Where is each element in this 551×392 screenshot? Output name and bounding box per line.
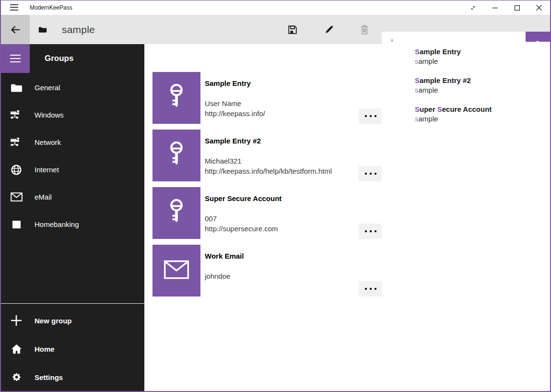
- entry-title: Work Email: [205, 251, 244, 261]
- sidebar-item-label: eMail: [35, 193, 52, 201]
- sidebar-item-label: Homebanking: [35, 220, 79, 228]
- entry-tile: [152, 245, 200, 297]
- entry-tile: [152, 72, 200, 124]
- entry-row-sample-entry-2[interactable]: Sample Entry #2 Michael321 http://keepas…: [152, 130, 383, 181]
- sidebar-item-network[interactable]: Network: [1, 129, 144, 156]
- sidebar-item-label: Network: [35, 138, 61, 146]
- minimize-button[interactable]: [484, 0, 506, 15]
- ellipsis-icon: [365, 288, 367, 290]
- entry-text: Sample Entry User Name http://keepass.in…: [205, 72, 265, 119]
- entry-username: 007: [205, 214, 281, 224]
- square-icon: [10, 221, 23, 228]
- entry-text: Sample Entry #2 Michael321 http://keepas…: [205, 130, 332, 176]
- navigation-pane: Groups General Windows Network Internet …: [1, 44, 144, 391]
- sidebar-item-label: Home: [35, 345, 55, 353]
- database-name: sample: [62, 15, 95, 44]
- home-button[interactable]: Home: [1, 335, 144, 363]
- settings-button[interactable]: Settings: [1, 363, 144, 391]
- globe-icon: [10, 164, 23, 176]
- search-result-super-secure-account[interactable]: Super Secure Account sample: [415, 105, 550, 124]
- ellipsis-icon: [365, 230, 367, 232]
- entry-text: Super Secure Account 007 http://supersec…: [205, 187, 281, 234]
- entry-more-button[interactable]: [359, 108, 383, 124]
- sidebar-item-windows[interactable]: Windows: [1, 101, 144, 129]
- entry-tile: [152, 187, 200, 239]
- home-icon: [10, 344, 23, 354]
- mail-icon: [164, 260, 189, 281]
- entry-title: Sample Entry: [205, 79, 265, 88]
- plus-icon: [10, 315, 23, 326]
- entry-more-button[interactable]: [359, 166, 383, 181]
- sidebar-item-label: New group: [35, 317, 72, 325]
- folder-icon: [10, 83, 23, 93]
- ellipsis-icon: [365, 173, 367, 175]
- titlebar-hamburger-icon[interactable]: [6, 0, 22, 15]
- search-result-title: Sample Entry #2: [415, 76, 550, 85]
- fullscreen-button[interactable]: [462, 0, 484, 15]
- maximize-button[interactable]: [506, 0, 528, 15]
- key-icon: [167, 83, 186, 113]
- app-command-bar: sample s: [0, 15, 551, 44]
- sidebar-divider: [1, 303, 144, 304]
- mail-icon: [10, 192, 23, 202]
- window-title: ModernKeePass: [30, 0, 72, 15]
- entry-tile: [152, 130, 200, 181]
- entry-more-button[interactable]: [359, 224, 383, 239]
- sidebar-item-internet[interactable]: Internet: [1, 156, 144, 183]
- entry-row-work-email[interactable]: Work Email johndoe: [152, 245, 383, 297]
- network-icon: [10, 138, 23, 147]
- search-result-sample-entry-2[interactable]: Sample Entry #2 sample: [415, 76, 550, 95]
- entry-username: Michael321: [205, 156, 332, 166]
- save-button[interactable]: [281, 15, 305, 44]
- search-result-subtitle: sample: [415, 114, 550, 124]
- sidebar-item-label: General: [35, 83, 60, 92]
- search-result-subtitle: sample: [415, 57, 550, 66]
- entry-more-button[interactable]: [359, 281, 383, 297]
- sidebar-item-label: Internet: [35, 166, 59, 174]
- entry-title: Super Secure Account: [205, 194, 281, 203]
- key-icon: [167, 198, 186, 228]
- search-result-title: Sample Entry: [415, 47, 550, 57]
- back-button[interactable]: [1, 15, 30, 44]
- groups-header: Groups: [45, 44, 73, 73]
- new-group-button[interactable]: New group: [1, 307, 144, 334]
- entry-text: Work Email johndoe: [205, 245, 244, 281]
- search-suggestions-flyout: Sample Entry sample Sample Entry #2 samp…: [382, 42, 550, 391]
- sidebar-item-homebanking[interactable]: Homebanking: [1, 211, 144, 238]
- search-result-subtitle: sample: [415, 85, 550, 95]
- title-bar: ModernKeePass: [0, 0, 551, 15]
- gear-icon: [10, 372, 23, 382]
- search-result-title: Super Secure Account: [415, 105, 550, 114]
- nav-hamburger-button[interactable]: [1, 44, 30, 73]
- sidebar-item-label: Windows: [35, 111, 64, 119]
- close-button[interactable]: [528, 0, 550, 15]
- sidebar-item-general[interactable]: General: [1, 74, 144, 101]
- entry-url: http://keepass.info/: [205, 108, 265, 119]
- entry-url: http://supersecure.com: [205, 224, 281, 234]
- entry-row-super-secure-account[interactable]: Super Secure Account 007 http://supersec…: [152, 187, 383, 239]
- entry-title: Sample Entry #2: [205, 136, 332, 146]
- sidebar-item-email[interactable]: eMail: [1, 183, 144, 211]
- network-icon: [10, 110, 23, 119]
- delete-button[interactable]: [352, 15, 376, 44]
- window-controls: [462, 0, 550, 15]
- search-result-sample-entry[interactable]: Sample Entry sample: [415, 47, 550, 66]
- edit-button[interactable]: [317, 15, 341, 44]
- entry-username: User Name: [205, 98, 265, 108]
- sidebar-item-label: Settings: [35, 373, 63, 381]
- entry-url: http://keepass.info/help/kb/testform.htm…: [205, 166, 332, 176]
- key-icon: [167, 141, 186, 170]
- entry-row-sample-entry[interactable]: Sample Entry User Name http://keepass.in…: [152, 72, 383, 124]
- entry-username: johndoe: [205, 271, 244, 281]
- ellipsis-icon: [365, 115, 367, 117]
- database-folder-icon: [38, 15, 47, 44]
